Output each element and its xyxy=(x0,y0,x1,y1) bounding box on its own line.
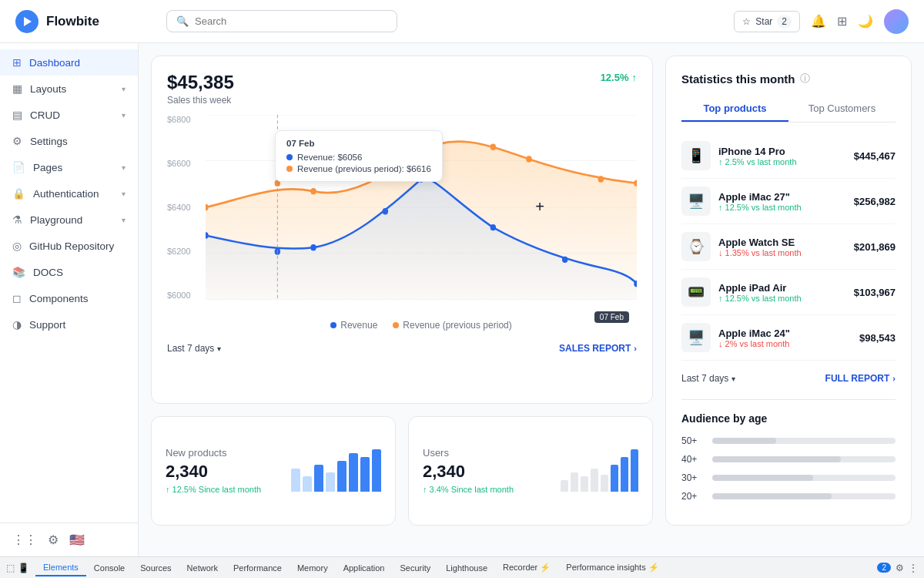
product-item-2: ⌚ Apple Watch SE ↓ 1.35% vs last month $… xyxy=(681,224,896,270)
devtools-tab-sources[interactable]: Sources xyxy=(132,560,179,576)
sidebar-item-playground[interactable]: ⚗ Playground ▾ xyxy=(0,207,138,233)
legend-revenue: Revenue xyxy=(340,320,377,331)
sidebar-label-crud: CRUD xyxy=(30,109,60,121)
stats-footer: Last 7 days ▾ FULL REPORT › xyxy=(681,373,896,384)
new-products-label: New products xyxy=(166,447,261,459)
star-button[interactable]: ☆ Star 2 xyxy=(734,11,800,32)
sidebar-item-components[interactable]: ◻ Components xyxy=(0,285,138,311)
stats-card: Statistics this month ⓘ Top products Top… xyxy=(665,55,912,526)
playground-icon: ⚗ xyxy=(12,213,22,226)
users-chart xyxy=(561,449,638,492)
search-box[interactable]: 🔍 xyxy=(166,10,397,32)
devtools-icons-group: ⬚ 📱 xyxy=(6,563,29,573)
devtools-tab-performance[interactable]: Performance xyxy=(226,560,290,576)
age-row-0: 50+ xyxy=(681,435,896,446)
dark-mode-icon[interactable]: 🌙 xyxy=(858,14,873,29)
sidebar-item-layouts[interactable]: ▦ Layouts ▾ xyxy=(0,76,138,102)
chevron-down-icon-crud: ▾ xyxy=(122,111,126,119)
menu-icon[interactable]: ⋮⋮ xyxy=(12,533,37,547)
tab-top-customers[interactable]: Top Customers xyxy=(788,96,896,122)
chevron-down-icon-auth: ▾ xyxy=(122,190,126,198)
chevron-down-icon-playground: ▾ xyxy=(122,216,126,224)
devtools-more-icon[interactable]: ⋮ xyxy=(909,563,918,573)
flag-icon[interactable]: 🇺🇸 xyxy=(69,533,85,547)
y-label-3: $6400 xyxy=(167,203,206,212)
info-icon[interactable]: ⓘ xyxy=(800,72,810,86)
logo-icon[interactable] xyxy=(15,10,38,33)
header: Flowbite 🔍 ☆ Star 2 🔔 ⊞ 🌙 xyxy=(0,0,924,43)
svg-point-21 xyxy=(562,257,567,263)
notifications-icon[interactable]: 🔔 xyxy=(811,14,826,29)
product-change-1: ↑ 12.5% vs last month xyxy=(718,203,846,212)
sidebar-logo: Flowbite xyxy=(15,10,154,33)
y-label-5: $6000 xyxy=(167,291,206,300)
devtools-tab-network[interactable]: Network xyxy=(179,560,226,576)
devtools-tab-application[interactable]: Application xyxy=(336,560,393,576)
github-icon: ◎ xyxy=(12,240,22,252)
sales-report-label: SALES REPORT xyxy=(559,343,631,354)
product-price-1: $256,982 xyxy=(854,196,896,207)
chart-area: $6800 $6600 $6400 $6200 $6000 xyxy=(167,115,637,331)
users-card: Users 2,340 ↑ 3.4% Since last month xyxy=(408,416,653,526)
devtools-settings-icon[interactable]: ⚙ xyxy=(896,563,904,573)
full-report-button[interactable]: FULL REPORT › xyxy=(825,373,896,384)
avatar[interactable] xyxy=(884,9,909,34)
sidebar-item-pages[interactable]: 📄 Pages ▾ xyxy=(0,154,138,180)
svg-marker-0 xyxy=(24,17,32,26)
sales-report-button[interactable]: SALES REPORT › xyxy=(559,343,637,354)
chart-legend: Revenue Revenue (previous period) xyxy=(206,320,637,331)
product-name-2: Apple Watch SE xyxy=(718,237,846,248)
devtools-tab-recorder[interactable]: Recorder ⚡ xyxy=(495,560,558,576)
tooltip-prev: Revenue (previous period): $6616 xyxy=(297,164,431,173)
sidebar-label-settings: Settings xyxy=(30,136,68,147)
main-content: $45,385 Sales this week 12.5% ↑ $6800 $6… xyxy=(139,43,924,556)
search-input[interactable] xyxy=(195,15,387,27)
product-name-0: iPhone 14 Pro xyxy=(718,146,846,157)
stats-period-selector[interactable]: Last 7 days ▾ xyxy=(681,373,735,384)
devtools-tab-security[interactable]: Security xyxy=(392,560,438,576)
tab-top-products[interactable]: Top products xyxy=(681,96,788,122)
crud-icon: ▤ xyxy=(12,109,22,121)
new-products-card: New products 2,340 ↑ 12.5% Since last mo… xyxy=(151,416,396,526)
layouts-icon: ▦ xyxy=(12,82,22,95)
stats-period-label: Last 7 days xyxy=(681,373,728,384)
devtools-tab-memory[interactable]: Memory xyxy=(290,560,336,576)
product-name-1: Apple iMac 27" xyxy=(718,191,846,203)
sidebar-item-github[interactable]: ◎ GitHub Repository xyxy=(0,233,138,259)
sidebar-item-support[interactable]: ◑ Support xyxy=(0,311,138,338)
sidebar-item-authentication[interactable]: 🔒 Authentication ▾ xyxy=(0,180,138,207)
devtools-tab-perf-insights[interactable]: Performance insights ⚡ xyxy=(558,560,666,576)
full-report-arrow-icon: › xyxy=(892,374,896,383)
period-selector[interactable]: Last 7 days ▾ xyxy=(167,343,221,354)
stats-title: Statistics this month xyxy=(681,72,795,86)
devtools-mobile-icon[interactable]: 📱 xyxy=(18,563,29,573)
users-change: ↑ 3.4% Since last month xyxy=(423,485,514,494)
settings-footer-icon[interactable]: ⚙ xyxy=(48,533,59,547)
chart-amount: $45,385 xyxy=(167,72,234,93)
devtools-tab-lighthouse[interactable]: Lighthouse xyxy=(438,560,495,576)
age-row-2: 30+ xyxy=(681,472,896,483)
y-label-1: $6800 xyxy=(167,115,206,124)
chevron-period: ▾ xyxy=(217,344,221,353)
chevron-down-icon-pages: ▾ xyxy=(122,163,126,172)
legend-prev: Revenue (previous period) xyxy=(403,320,511,331)
audience-section: Audience by age 50+ 40+ 30+ xyxy=(681,399,896,502)
devtools-inspect-icon[interactable]: ⬚ xyxy=(6,563,15,573)
sidebar-item-docs[interactable]: 📚 DOCS xyxy=(0,259,138,285)
star-count: 2 xyxy=(777,15,792,28)
sidebar-label-components: Components xyxy=(29,293,89,304)
auth-icon: 🔒 xyxy=(12,187,25,200)
svg-point-18 xyxy=(383,208,388,214)
users-label: Users xyxy=(423,447,514,459)
sidebar-item-settings[interactable]: ⚙ Settings xyxy=(0,128,138,154)
product-item-4: 🖥️ Apple iMac 24" ↓ 2% vs last month $98… xyxy=(681,315,896,361)
devtools-tab-elements[interactable]: Elements xyxy=(35,560,86,576)
components-icon: ◻ xyxy=(12,292,22,304)
grid-icon[interactable]: ⊞ xyxy=(837,14,847,29)
devtools-tab-console[interactable]: Console xyxy=(86,560,132,576)
settings-icon: ⚙ xyxy=(12,135,22,147)
sidebar-item-dashboard[interactable]: ⊞ Dashboard xyxy=(0,49,138,76)
svg-point-17 xyxy=(310,244,316,250)
sidebar-item-crud[interactable]: ▤ CRUD ▾ xyxy=(0,102,138,128)
docs-icon: 📚 xyxy=(12,266,25,278)
